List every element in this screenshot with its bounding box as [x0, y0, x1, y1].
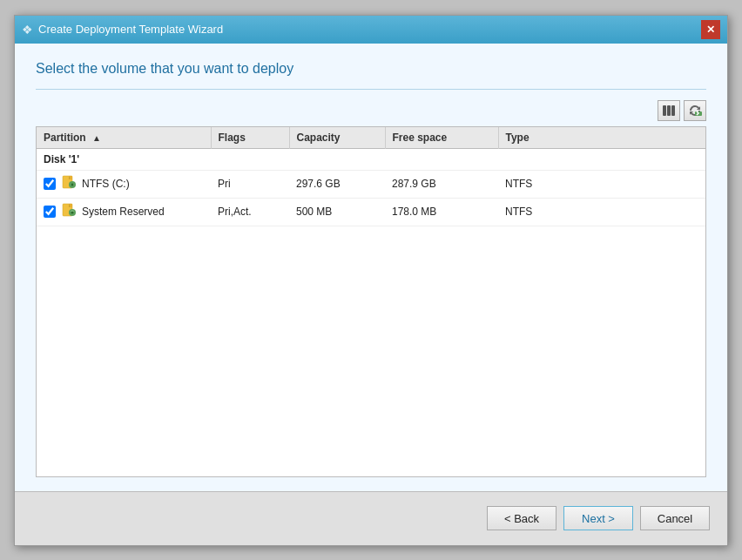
wizard-window: ❖ Create Deployment Template Wizard ✕ Se…	[14, 15, 728, 546]
window-title: Create Deployment Template Wizard	[38, 23, 223, 36]
partition-free-space: 287.9 GB	[385, 170, 498, 198]
svg-point-15	[71, 211, 74, 213]
title-bar: ❖ Create Deployment Template Wizard ✕	[15, 16, 727, 44]
toolbar-btn-2[interactable]	[684, 100, 706, 121]
divider	[36, 89, 706, 90]
partition-flags: Pri,Act.	[211, 198, 289, 226]
col-header-partition[interactable]: Partition ▲	[37, 127, 211, 149]
volume-table-container: Partition ▲ Flags Capacity Free space	[36, 126, 706, 477]
toolbar-row	[36, 100, 706, 121]
svg-rect-0	[663, 105, 666, 116]
partition-capacity: 500 MB	[289, 198, 385, 226]
wizard-icon: ❖	[22, 23, 33, 37]
svg-rect-7	[70, 176, 72, 179]
col-header-flags[interactable]: Flags	[211, 127, 289, 149]
svg-rect-1	[667, 105, 671, 116]
system-reserved-icon	[61, 203, 77, 221]
svg-rect-2	[671, 105, 675, 116]
table-row[interactable]: NTFS (C:)Pri297.6 GB287.9 GBNTFS	[37, 170, 705, 198]
wizard-footer: < Back Next > Cancel	[15, 491, 727, 545]
partition-checkbox[interactable]	[44, 206, 56, 218]
partition-type: NTFS	[498, 170, 705, 198]
partition-name: System Reserved	[82, 206, 165, 218]
toolbar-btn-1[interactable]	[658, 100, 680, 121]
title-bar-left: ❖ Create Deployment Template Wizard	[22, 23, 223, 37]
svg-rect-13	[70, 204, 72, 207]
cancel-button[interactable]: Cancel	[640, 506, 710, 530]
table-row[interactable]: System ReservedPri,Act.500 MB178.0 MBNTF…	[37, 198, 705, 226]
next-button[interactable]: Next >	[563, 506, 633, 530]
col-header-capacity[interactable]: Capacity	[289, 127, 385, 149]
partition-free-space: 178.0 MB	[385, 198, 498, 226]
partition-capacity: 297.6 GB	[289, 170, 385, 198]
col-header-freespace[interactable]: Free space	[385, 127, 498, 149]
svg-point-9	[71, 183, 74, 186]
sort-arrow-partition: ▲	[92, 133, 101, 143]
columns-icon	[662, 104, 676, 118]
partition-checkbox[interactable]	[44, 178, 56, 190]
partition-type: NTFS	[498, 198, 705, 226]
col-header-type[interactable]: Type	[498, 127, 705, 149]
volume-table: Partition ▲ Flags Capacity Free space	[37, 127, 705, 226]
disk-group-row: Disk '1'	[37, 148, 705, 170]
refresh-icon	[688, 104, 702, 118]
partition-flags: Pri	[211, 170, 289, 198]
ntfs-c-icon	[61, 175, 77, 193]
page-title: Select the volume that you want to deplo…	[36, 61, 706, 77]
wizard-content: Select the volume that you want to deplo…	[15, 44, 727, 491]
back-button[interactable]: < Back	[487, 506, 556, 530]
partition-name: NTFS (C:)	[82, 178, 130, 190]
close-button[interactable]: ✕	[701, 20, 720, 39]
